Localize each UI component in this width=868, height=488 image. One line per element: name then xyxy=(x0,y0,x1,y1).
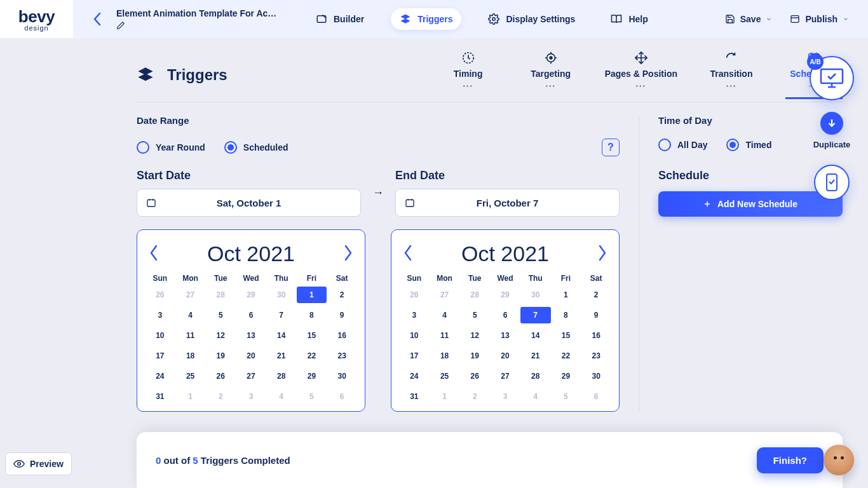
cal-day[interactable]: 16 xyxy=(581,327,611,344)
cal-day[interactable]: 4 xyxy=(430,307,460,323)
cal-day-muted[interactable]: 28 xyxy=(459,287,490,303)
cal-day-muted[interactable]: 1 xyxy=(430,388,460,405)
cal-day[interactable]: 13 xyxy=(490,327,520,344)
cal-next-button[interactable] xyxy=(343,244,353,264)
cal-day[interactable]: 13 xyxy=(236,327,266,344)
tab-builder[interactable]: Builder xyxy=(307,8,373,30)
trigger-tab-targeting[interactable]: Targeting ••• xyxy=(522,51,580,99)
cal-day[interactable]: 2 xyxy=(327,287,357,303)
cal-day[interactable]: 20 xyxy=(236,348,266,364)
cal-day[interactable]: 27 xyxy=(236,368,266,384)
cal-day[interactable]: 30 xyxy=(581,368,611,384)
preview-button[interactable]: Preview xyxy=(5,452,72,475)
trigger-tab-timing[interactable]: Timing ••• xyxy=(440,51,497,99)
cal-day[interactable]: 30 xyxy=(327,368,357,384)
trigger-tab-transition[interactable]: Transition ••• xyxy=(703,51,760,99)
cal-day-muted[interactable]: 3 xyxy=(236,388,266,405)
cal-day[interactable]: 15 xyxy=(551,327,581,344)
cal-day[interactable]: 26 xyxy=(205,368,236,384)
cal-day-muted[interactable]: 3 xyxy=(490,388,520,405)
cal-day[interactable]: 20 xyxy=(490,348,520,364)
cal-day[interactable]: 12 xyxy=(205,327,236,344)
cal-prev-button[interactable] xyxy=(403,244,413,264)
cal-day-muted[interactable]: 27 xyxy=(175,287,206,303)
cal-day-muted[interactable]: 2 xyxy=(205,388,236,405)
cal-day[interactable]: 9 xyxy=(581,307,611,323)
cal-day[interactable]: 6 xyxy=(236,307,266,323)
cal-day[interactable]: 3 xyxy=(145,307,175,323)
duplicate-button[interactable] xyxy=(820,112,843,135)
cal-day[interactable]: 23 xyxy=(581,348,611,364)
cal-day[interactable]: 7 xyxy=(520,307,551,323)
cal-day[interactable]: 7 xyxy=(266,307,297,323)
back-button[interactable] xyxy=(85,6,110,32)
cal-day-muted[interactable]: 6 xyxy=(581,388,611,405)
cal-day[interactable]: 18 xyxy=(175,348,206,364)
cal-next-button[interactable] xyxy=(597,244,607,264)
cal-day-muted[interactable]: 28 xyxy=(205,287,236,303)
publish-button[interactable]: Publish xyxy=(790,14,849,24)
cal-day[interactable]: 17 xyxy=(399,348,430,364)
cal-day[interactable]: 9 xyxy=(327,307,357,323)
finish-button[interactable]: Finish? xyxy=(757,447,824,473)
cal-day[interactable]: 16 xyxy=(327,327,357,344)
cal-day[interactable]: 25 xyxy=(175,368,206,384)
cal-day[interactable]: 31 xyxy=(145,388,175,405)
cal-day[interactable]: 27 xyxy=(490,368,520,384)
radio-all-day[interactable]: All Day xyxy=(658,139,707,151)
cal-day-muted[interactable]: 5 xyxy=(297,388,327,405)
start-date-field[interactable]: Sat, October 1 xyxy=(137,189,361,217)
cal-day[interactable]: 15 xyxy=(297,327,327,344)
cal-day[interactable]: 18 xyxy=(430,348,460,364)
cal-day-muted[interactable]: 29 xyxy=(490,287,520,303)
radio-timed[interactable]: Timed xyxy=(726,139,771,151)
cal-day-muted[interactable]: 29 xyxy=(236,287,266,303)
cal-day[interactable]: 24 xyxy=(145,368,175,384)
radio-scheduled[interactable]: Scheduled xyxy=(224,141,288,154)
desktop-preview-button[interactable]: A/B xyxy=(810,56,854,100)
tab-display-settings[interactable]: Display Settings xyxy=(479,8,584,30)
avatar[interactable] xyxy=(824,445,854,475)
edit-icon[interactable] xyxy=(116,21,125,30)
cal-day-muted[interactable]: 5 xyxy=(551,388,581,405)
cal-day[interactable]: 11 xyxy=(175,327,206,344)
cal-day[interactable]: 5 xyxy=(205,307,236,323)
cal-day[interactable]: 22 xyxy=(297,348,327,364)
logo[interactable]: bevy design xyxy=(0,7,73,32)
tab-help[interactable]: Help xyxy=(602,8,656,30)
cal-day[interactable]: 23 xyxy=(327,348,357,364)
cal-day-muted[interactable]: 4 xyxy=(520,388,551,405)
cal-day[interactable]: 21 xyxy=(266,348,297,364)
cal-day[interactable]: 4 xyxy=(175,307,206,323)
cal-day-muted[interactable]: 26 xyxy=(145,287,175,303)
cal-day[interactable]: 31 xyxy=(399,388,430,405)
cal-day-muted[interactable]: 26 xyxy=(399,287,430,303)
cal-day[interactable]: 12 xyxy=(459,327,490,344)
cal-day[interactable]: 25 xyxy=(430,368,460,384)
mobile-preview-button[interactable] xyxy=(814,165,850,200)
cal-day[interactable]: 11 xyxy=(430,327,460,344)
end-date-field[interactable]: Fri, October 7 xyxy=(395,189,620,217)
cal-day[interactable]: 10 xyxy=(145,327,175,344)
cal-day[interactable]: 10 xyxy=(399,327,430,344)
cal-day[interactable]: 5 xyxy=(459,307,490,323)
trigger-tab-pages[interactable]: Pages & Position ••• xyxy=(605,51,677,99)
cal-day-muted[interactable]: 1 xyxy=(175,388,206,405)
cal-day[interactable]: 1 xyxy=(551,287,581,303)
cal-day[interactable]: 28 xyxy=(520,368,551,384)
cal-day[interactable]: 19 xyxy=(205,348,236,364)
cal-day-muted[interactable]: 30 xyxy=(266,287,297,303)
cal-day-muted[interactable]: 6 xyxy=(327,388,357,405)
cal-prev-button[interactable] xyxy=(149,244,159,264)
cal-day[interactable]: 28 xyxy=(266,368,297,384)
cal-day[interactable]: 1 xyxy=(297,287,327,303)
cal-day[interactable]: 24 xyxy=(399,368,430,384)
cal-day[interactable]: 8 xyxy=(551,307,581,323)
cal-day-muted[interactable]: 4 xyxy=(266,388,297,405)
cal-day[interactable]: 26 xyxy=(459,368,490,384)
cal-day-muted[interactable]: 2 xyxy=(459,388,490,405)
cal-day[interactable]: 29 xyxy=(551,368,581,384)
cal-day[interactable]: 14 xyxy=(520,327,551,344)
cal-day[interactable]: 22 xyxy=(551,348,581,364)
radio-year-round[interactable]: Year Round xyxy=(137,141,205,154)
